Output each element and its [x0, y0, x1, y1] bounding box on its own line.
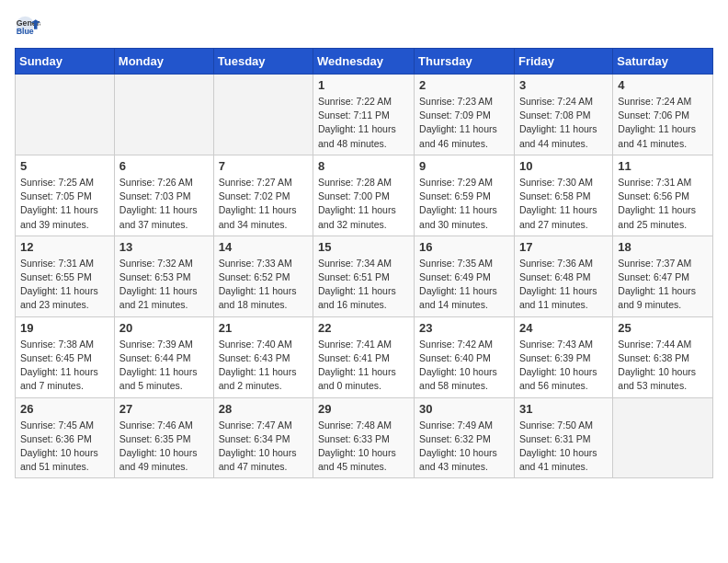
col-header-tuesday: Tuesday: [213, 49, 313, 75]
calendar-cell: 16Sunrise: 7:35 AM Sunset: 6:49 PM Dayli…: [415, 236, 515, 316]
week-row-2: 5Sunrise: 7:25 AM Sunset: 7:05 PM Daylig…: [16, 155, 713, 236]
logo-icon: General Blue: [15, 15, 40, 40]
day-number: 1: [318, 78, 409, 92]
day-info: Sunrise: 7:23 AM Sunset: 7:09 PM Dayligh…: [419, 95, 509, 151]
calendar-cell: [16, 75, 115, 155]
day-number: 6: [119, 159, 209, 173]
calendar-cell: [613, 397, 713, 478]
day-number: 18: [618, 240, 708, 254]
calendar-cell: [114, 75, 213, 155]
day-info: Sunrise: 7:36 AM Sunset: 6:48 PM Dayligh…: [519, 257, 608, 313]
day-number: 30: [419, 402, 509, 416]
week-row-4: 19Sunrise: 7:38 AM Sunset: 6:45 PM Dayli…: [16, 316, 713, 397]
col-header-sunday: Sunday: [16, 49, 115, 75]
calendar-cell: 5Sunrise: 7:25 AM Sunset: 7:05 PM Daylig…: [16, 155, 115, 236]
day-number: 24: [519, 321, 608, 335]
day-number: 12: [20, 240, 109, 254]
col-header-saturday: Saturday: [613, 49, 713, 75]
calendar-cell: 30Sunrise: 7:49 AM Sunset: 6:32 PM Dayli…: [415, 397, 515, 478]
day-number: 7: [219, 159, 308, 173]
calendar-cell: 20Sunrise: 7:39 AM Sunset: 6:44 PM Dayli…: [114, 316, 213, 397]
day-info: Sunrise: 7:42 AM Sunset: 6:40 PM Dayligh…: [419, 338, 509, 394]
day-number: 2: [419, 78, 509, 92]
day-info: Sunrise: 7:35 AM Sunset: 6:49 PM Dayligh…: [419, 257, 509, 313]
col-header-thursday: Thursday: [415, 49, 515, 75]
day-info: Sunrise: 7:31 AM Sunset: 6:55 PM Dayligh…: [20, 257, 109, 313]
day-info: Sunrise: 7:29 AM Sunset: 6:59 PM Dayligh…: [419, 176, 509, 232]
col-header-monday: Monday: [114, 49, 213, 75]
day-info: Sunrise: 7:25 AM Sunset: 7:05 PM Dayligh…: [20, 176, 109, 232]
calendar-cell: 11Sunrise: 7:31 AM Sunset: 6:56 PM Dayli…: [613, 155, 713, 236]
calendar-cell: 28Sunrise: 7:47 AM Sunset: 6:34 PM Dayli…: [213, 397, 313, 478]
calendar-cell: 8Sunrise: 7:28 AM Sunset: 7:00 PM Daylig…: [313, 155, 415, 236]
day-number: 16: [419, 240, 509, 254]
day-info: Sunrise: 7:22 AM Sunset: 7:11 PM Dayligh…: [318, 95, 409, 151]
day-info: Sunrise: 7:31 AM Sunset: 6:56 PM Dayligh…: [618, 176, 708, 232]
calendar-cell: 18Sunrise: 7:37 AM Sunset: 6:47 PM Dayli…: [613, 236, 713, 316]
calendar-cell: 15Sunrise: 7:34 AM Sunset: 6:51 PM Dayli…: [313, 236, 415, 316]
calendar-cell: 10Sunrise: 7:30 AM Sunset: 6:58 PM Dayli…: [514, 155, 612, 236]
day-info: Sunrise: 7:45 AM Sunset: 6:36 PM Dayligh…: [20, 419, 109, 475]
day-number: 10: [519, 159, 608, 173]
day-number: 20: [119, 321, 209, 335]
day-info: Sunrise: 7:30 AM Sunset: 6:58 PM Dayligh…: [519, 176, 608, 232]
day-number: 13: [119, 240, 209, 254]
calendar-cell: 4Sunrise: 7:24 AM Sunset: 7:06 PM Daylig…: [613, 75, 713, 155]
calendar-cell: 1Sunrise: 7:22 AM Sunset: 7:11 PM Daylig…: [313, 75, 415, 155]
calendar-table: SundayMondayTuesdayWednesdayThursdayFrid…: [15, 48, 713, 478]
day-info: Sunrise: 7:34 AM Sunset: 6:51 PM Dayligh…: [318, 257, 409, 313]
calendar-cell: 23Sunrise: 7:42 AM Sunset: 6:40 PM Dayli…: [415, 316, 515, 397]
day-number: 22: [318, 321, 409, 335]
calendar-cell: 27Sunrise: 7:46 AM Sunset: 6:35 PM Dayli…: [114, 397, 213, 478]
day-number: 29: [318, 402, 409, 416]
day-number: 15: [318, 240, 409, 254]
calendar-cell: 25Sunrise: 7:44 AM Sunset: 6:38 PM Dayli…: [613, 316, 713, 397]
calendar-cell: 12Sunrise: 7:31 AM Sunset: 6:55 PM Dayli…: [16, 236, 115, 316]
calendar-cell: 19Sunrise: 7:38 AM Sunset: 6:45 PM Dayli…: [16, 316, 115, 397]
calendar-cell: 9Sunrise: 7:29 AM Sunset: 6:59 PM Daylig…: [415, 155, 515, 236]
calendar-cell: 6Sunrise: 7:26 AM Sunset: 7:03 PM Daylig…: [114, 155, 213, 236]
day-info: Sunrise: 7:48 AM Sunset: 6:33 PM Dayligh…: [318, 419, 409, 475]
day-info: Sunrise: 7:26 AM Sunset: 7:03 PM Dayligh…: [119, 176, 209, 232]
day-info: Sunrise: 7:24 AM Sunset: 7:08 PM Dayligh…: [519, 95, 608, 151]
week-row-5: 26Sunrise: 7:45 AM Sunset: 6:36 PM Dayli…: [16, 397, 713, 478]
day-info: Sunrise: 7:38 AM Sunset: 6:45 PM Dayligh…: [20, 338, 109, 394]
day-number: 31: [519, 402, 608, 416]
day-number: 5: [20, 159, 109, 173]
calendar-cell: 14Sunrise: 7:33 AM Sunset: 6:52 PM Dayli…: [213, 236, 313, 316]
calendar-cell: 26Sunrise: 7:45 AM Sunset: 6:36 PM Dayli…: [16, 397, 115, 478]
svg-text:Blue: Blue: [17, 27, 34, 36]
page-header: General Blue: [15, 15, 713, 40]
logo: General Blue: [15, 15, 44, 40]
calendar-cell: 31Sunrise: 7:50 AM Sunset: 6:31 PM Dayli…: [514, 397, 612, 478]
calendar-cell: 21Sunrise: 7:40 AM Sunset: 6:43 PM Dayli…: [213, 316, 313, 397]
calendar-cell: 7Sunrise: 7:27 AM Sunset: 7:02 PM Daylig…: [213, 155, 313, 236]
day-info: Sunrise: 7:33 AM Sunset: 6:52 PM Dayligh…: [219, 257, 308, 313]
day-info: Sunrise: 7:46 AM Sunset: 6:35 PM Dayligh…: [119, 419, 209, 475]
day-number: 14: [219, 240, 308, 254]
day-number: 17: [519, 240, 608, 254]
calendar-cell: 13Sunrise: 7:32 AM Sunset: 6:53 PM Dayli…: [114, 236, 213, 316]
day-info: Sunrise: 7:47 AM Sunset: 6:34 PM Dayligh…: [219, 419, 308, 475]
day-number: 3: [519, 78, 608, 92]
day-info: Sunrise: 7:44 AM Sunset: 6:38 PM Dayligh…: [618, 338, 708, 394]
calendar-cell: 22Sunrise: 7:41 AM Sunset: 6:41 PM Dayli…: [313, 316, 415, 397]
calendar-cell: 24Sunrise: 7:43 AM Sunset: 6:39 PM Dayli…: [514, 316, 612, 397]
calendar-cell: [213, 75, 313, 155]
day-info: Sunrise: 7:49 AM Sunset: 6:32 PM Dayligh…: [419, 419, 509, 475]
day-info: Sunrise: 7:27 AM Sunset: 7:02 PM Dayligh…: [219, 176, 308, 232]
day-number: 4: [618, 78, 708, 92]
day-number: 25: [618, 321, 708, 335]
day-info: Sunrise: 7:40 AM Sunset: 6:43 PM Dayligh…: [219, 338, 308, 394]
week-row-1: 1Sunrise: 7:22 AM Sunset: 7:11 PM Daylig…: [16, 75, 713, 155]
calendar-cell: 17Sunrise: 7:36 AM Sunset: 6:48 PM Dayli…: [514, 236, 612, 316]
day-number: 23: [419, 321, 509, 335]
day-info: Sunrise: 7:32 AM Sunset: 6:53 PM Dayligh…: [119, 257, 209, 313]
col-header-wednesday: Wednesday: [313, 49, 415, 75]
day-number: 28: [219, 402, 308, 416]
day-number: 27: [119, 402, 209, 416]
day-number: 8: [318, 159, 409, 173]
day-number: 19: [20, 321, 109, 335]
day-info: Sunrise: 7:50 AM Sunset: 6:31 PM Dayligh…: [519, 419, 608, 475]
day-number: 11: [618, 159, 708, 173]
